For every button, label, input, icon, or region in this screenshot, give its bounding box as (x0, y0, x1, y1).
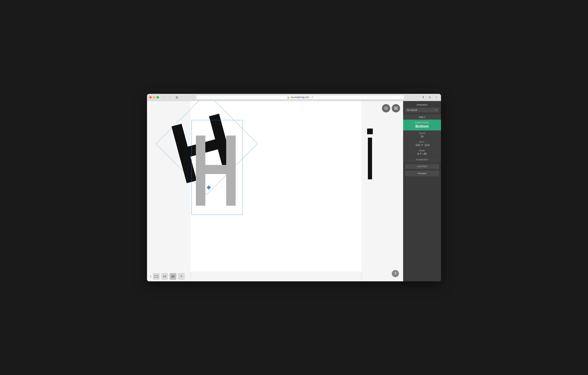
acceleration-label: Acceleration (405, 158, 439, 161)
rotate-value: 0 -45 (405, 152, 439, 155)
canvas-area[interactable]: 1 + (147, 101, 403, 281)
preview-button[interactable] (382, 104, 390, 112)
letter-i (367, 129, 373, 179)
toolbar-right: ⬆ ⧉ + (421, 95, 439, 99)
svg-rect-5 (196, 165, 236, 174)
back-button[interactable]: ‹ (162, 95, 167, 99)
rotate-label: Rotate (405, 149, 439, 152)
letter-i-stem (368, 138, 372, 179)
undo-redo-button[interactable] (161, 273, 168, 280)
main-content: 1 + (147, 101, 441, 281)
page-thumb-button[interactable] (153, 273, 160, 280)
reload-icon[interactable]: ↺ (311, 96, 313, 99)
sidebar-toggle-button[interactable]: ⊞ (174, 95, 179, 99)
move-separator-dot (421, 144, 423, 145)
svg-rect-11 (155, 275, 158, 277)
rotate-separator-dot (420, 153, 421, 154)
add-element-button[interactable]: + (178, 273, 185, 280)
start-point-value: Bottom (405, 124, 439, 129)
bottom-toolbar: 1 + (147, 272, 403, 281)
new-window-button[interactable]: ⧉ (427, 95, 432, 99)
right-panel: a (403, 101, 441, 281)
help-button[interactable]: ? (392, 270, 399, 277)
letter-i-dot (367, 129, 373, 134)
svg-rect-9 (394, 108, 398, 109)
letter-h-gray (194, 136, 238, 207)
svg-point-7 (386, 108, 387, 109)
top-right-actions (382, 104, 400, 112)
canvas-content (147, 101, 403, 272)
speed-section: Speed 1x (403, 131, 441, 139)
speed-label: Speed (405, 132, 439, 134)
lock-icon: 🔒 (287, 96, 290, 99)
on-scroll-text: On Scroll (407, 109, 417, 111)
move-value: -131 -113 (405, 143, 439, 146)
on-scroll-dropdown[interactable]: On Scroll ▼ (405, 108, 439, 112)
move-section: Move -131 -113 (403, 139, 441, 148)
add-tab-button[interactable]: + (434, 95, 439, 99)
preview-panel-button[interactable]: Preview (405, 170, 439, 176)
acceleration-section: Acceleration (403, 157, 441, 163)
svg-rect-10 (394, 109, 398, 110)
add-effect-button[interactable]: Add Effect (405, 164, 439, 169)
menu-button[interactable] (392, 104, 400, 112)
browser-window: ‹ › ⊞ 🔒 my.readymag.com ↺ ⬆ ⧉ + (147, 94, 441, 281)
traffic-lights (149, 96, 159, 99)
maximize-button[interactable] (157, 96, 159, 99)
svg-rect-8 (394, 107, 398, 108)
move-label: Move (405, 141, 439, 143)
panel-title: Animation (403, 103, 441, 108)
start-point-label: Start Point (405, 121, 439, 124)
start-point-section[interactable]: Start Point Bottom (403, 120, 441, 131)
address-bar: 🔒 my.readymag.com ↺ (196, 95, 404, 99)
rotate-section: Rotate 0 -45 (403, 148, 441, 157)
share-button[interactable]: ⬆ (421, 95, 426, 99)
page-number: 1 (150, 275, 151, 278)
close-button[interactable] (149, 96, 152, 99)
dropdown-arrow-icon: ▼ (435, 109, 437, 111)
forward-button[interactable]: › (168, 95, 173, 99)
layers-button[interactable] (169, 273, 176, 280)
url-text: my.readymag.com (291, 96, 309, 99)
minimize-button[interactable] (153, 96, 155, 99)
svg-marker-12 (171, 275, 174, 277)
animation-section: Animation On Scroll ▼ (403, 101, 441, 114)
nav-buttons: ‹ › (162, 95, 173, 99)
speed-value: 1x (405, 135, 439, 138)
title-bar: ‹ › ⊞ 🔒 my.readymag.com ↺ ⬆ ⧉ + (147, 94, 441, 101)
step-label: Step 1 (403, 114, 441, 120)
